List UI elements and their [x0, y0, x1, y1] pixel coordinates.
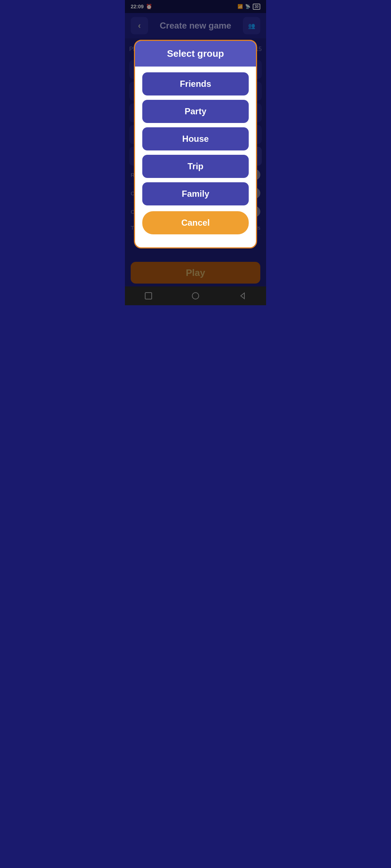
modal-body: Friends Party House Trip Family Cancel: [135, 67, 256, 240]
modal-overlay: Select group Friends Party House Trip Fa…: [125, 0, 266, 305]
select-group-modal: Select group Friends Party House Trip Fa…: [134, 40, 257, 248]
group-house-button[interactable]: House: [142, 127, 249, 150]
modal-title: Select group: [167, 48, 224, 59]
group-trip-button[interactable]: Trip: [142, 155, 249, 178]
group-friends-button[interactable]: Friends: [142, 72, 249, 95]
cancel-button[interactable]: Cancel: [142, 211, 249, 234]
modal-header: Select group: [135, 41, 256, 67]
group-family-button[interactable]: Family: [142, 182, 249, 205]
group-party-button[interactable]: Party: [142, 100, 249, 123]
